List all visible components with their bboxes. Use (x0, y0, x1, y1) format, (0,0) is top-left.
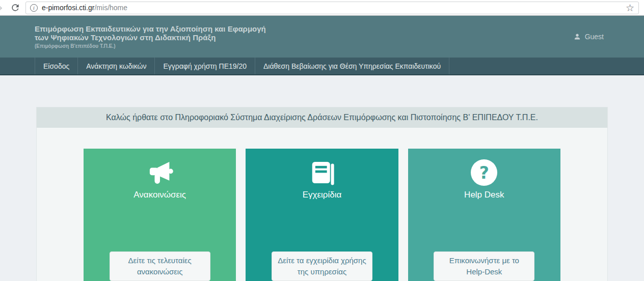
bookmark-star-icon[interactable]: ☆ (626, 3, 634, 13)
url-host: e-pimorfosi.cti.gr (42, 4, 94, 12)
card-title: Help Desk (408, 190, 560, 200)
url-text: e-pimorfosi.cti.gr/mis/home (42, 4, 626, 12)
question-icon: ? (408, 158, 560, 187)
nav-item-password-recovery[interactable]: Ανάκτηση κωδικών (77, 58, 154, 74)
reload-icon[interactable] (10, 3, 20, 13)
user-icon (573, 33, 581, 41)
helpdesk-button[interactable]: Επικοινωνήστε με το Help-Desk (434, 251, 534, 281)
megaphone-icon (84, 158, 236, 187)
card-announcements: Ανακοινώσεις Δείτε τις τελευταίες ανακοι… (84, 149, 236, 281)
page-info-icon[interactable]: i (30, 4, 38, 12)
url-path: /mis/home (94, 4, 127, 12)
page-content: Καλώς ήρθατε στο Πληροφοριακό Σύστημα Δι… (0, 75, 644, 281)
card-row: Ανακοινώσεις Δείτε τις τελευταίες ανακοι… (84, 149, 560, 281)
card-helpdesk: ? Help Desk Επικοινωνήστε με το Help-Des… (408, 149, 560, 281)
manuals-button[interactable]: Δείτε τα εγχειρίδια χρήσης της υπηρεσίας (272, 251, 372, 281)
card-title: Εγχειρίδια (246, 190, 398, 200)
welcome-message: Καλώς ήρθατε στο Πληροφοριακό Σύστημα Δι… (37, 107, 607, 128)
nav-item-register-pe1920[interactable]: Εγγραφή χρήστη ΠΕ19/20 (154, 58, 255, 74)
site-title-line2: των Ψηφιακών Τεχνολογιών στη Διδακτική Π… (35, 33, 266, 42)
site-title-block: Επιμόρφωση Εκπαιδευτικών για την Αξιοποί… (35, 24, 266, 49)
panel-body: Ανακοινώσεις Δείτε τις τελευταίες ανακοι… (37, 128, 607, 281)
nav-item-certificate-request[interactable]: Διάθεση Βεβαίωσης για Θέση Υπηρεσίας Εκπ… (255, 58, 449, 74)
main-nav: Είσοδος Ανάκτηση κωδικών Εγγραφή χρήστη … (0, 58, 644, 75)
address-bar[interactable]: i e-pimorfosi.cti.gr/mis/home ☆ (25, 2, 639, 14)
forward-icon[interactable] (0, 4, 4, 12)
site-header: Επιμόρφωση Εκπαιδευτικών για την Αξιοποί… (0, 16, 644, 58)
nav-item-login[interactable]: Είσοδος (35, 58, 77, 74)
card-title: Ανακοινώσεις (84, 190, 236, 200)
browser-toolbar: i e-pimorfosi.cti.gr/mis/home ☆ (0, 0, 644, 16)
user-label: Guest (585, 33, 604, 41)
announcements-button[interactable]: Δείτε τις τελευταίες ανακοινώσεις (110, 251, 210, 281)
site-subtitle: (Επιμόρφωση Β'επιπέδου Τ.Π.Ε.) (35, 43, 266, 49)
welcome-panel: Καλώς ήρθατε στο Πληροφοριακό Σύστημα Δι… (36, 107, 608, 281)
book-icon (246, 158, 398, 187)
site-title-line1: Επιμόρφωση Εκπαιδευτικών για την Αξιοποί… (35, 24, 266, 33)
card-manuals: Εγχειρίδια Δείτε τα εγχειρίδια χρήσης τη… (246, 149, 398, 281)
user-menu[interactable]: Guest (573, 33, 604, 41)
